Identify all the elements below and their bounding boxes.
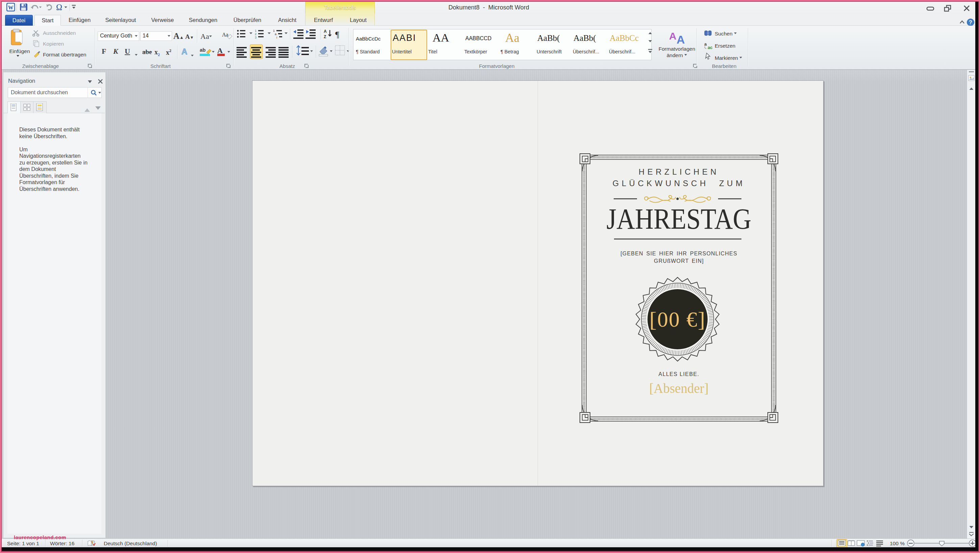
svg-text:Aа: Aа	[222, 32, 228, 38]
svg-text:Z: Z	[324, 35, 326, 39]
svg-text:ac: ac	[708, 45, 712, 50]
svg-text:?: ?	[969, 20, 972, 25]
svg-text:W: W	[8, 5, 14, 11]
svg-text:2: 2	[255, 32, 256, 36]
svg-text:i: i	[277, 36, 277, 39]
svg-text:[00 €]: [00 €]	[649, 307, 706, 331]
svg-text:Ω: Ω	[56, 3, 62, 12]
svg-text:a: a	[275, 32, 277, 36]
svg-text:3: 3	[255, 36, 256, 39]
svg-text:1: 1	[255, 29, 256, 32]
svg-text:A: A	[324, 29, 327, 34]
svg-text:a: a	[704, 41, 707, 47]
svg-text:A: A	[669, 30, 676, 41]
svg-text:ab: ab	[200, 47, 206, 53]
svg-text:¶: ¶	[335, 30, 339, 40]
svg-text:A: A	[217, 46, 223, 55]
svg-text:A: A	[676, 33, 685, 45]
svg-text:1: 1	[273, 29, 275, 32]
